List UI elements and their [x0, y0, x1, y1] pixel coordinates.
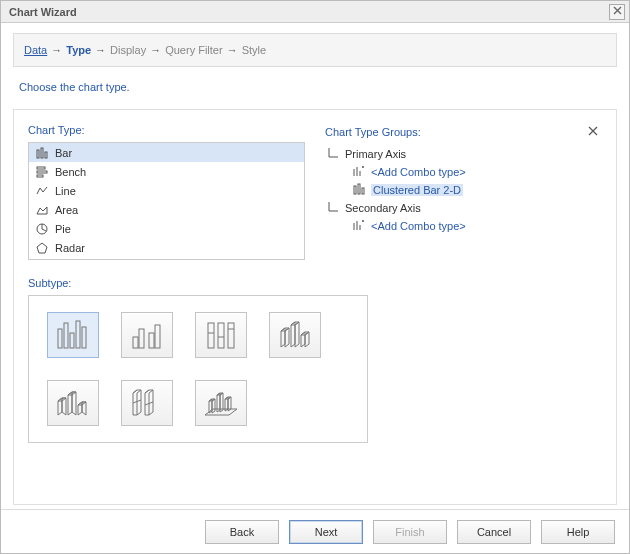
- arrow-icon: →: [150, 44, 161, 56]
- svg-rect-14: [82, 327, 86, 348]
- svg-rect-12: [70, 333, 74, 348]
- tree-primary-axis[interactable]: Primary Axis: [325, 145, 602, 163]
- window-title: Chart Wizard: [9, 6, 77, 18]
- breadcrumb-step-data[interactable]: Data: [24, 44, 47, 56]
- breadcrumb-step-type: Type: [66, 44, 91, 56]
- axis-icon: [327, 147, 339, 161]
- subtype-grid: [28, 295, 368, 443]
- chart-type-item-bench[interactable]: Bench: [29, 162, 304, 181]
- svg-rect-5: [37, 175, 43, 177]
- svg-rect-4: [37, 171, 47, 173]
- arrow-icon: →: [227, 44, 238, 56]
- subtype-label: Subtype:: [28, 277, 602, 289]
- subtype-bar-3d-var3[interactable]: [121, 380, 173, 426]
- tree-add-combo-primary[interactable]: <Add Combo type>: [325, 163, 602, 181]
- tree-clustered-bar[interactable]: Clustered Bar 2-D: [325, 181, 602, 199]
- chart-type-item-line[interactable]: Line: [29, 181, 304, 200]
- svg-rect-20: [218, 323, 224, 348]
- bar-icon: [35, 146, 49, 160]
- svg-rect-19: [208, 323, 214, 348]
- list-item-label: Area: [55, 204, 78, 216]
- svg-rect-3: [37, 167, 45, 169]
- subtype-bar-2d-var2[interactable]: [121, 312, 173, 358]
- svg-rect-0: [37, 150, 39, 158]
- chart-type-label: Chart Type:: [28, 124, 305, 136]
- svg-rect-7: [354, 186, 356, 194]
- back-button[interactable]: Back: [205, 520, 279, 544]
- groups-tree: Primary Axis <Add Combo type> Clustered …: [325, 145, 602, 263]
- content-panel: Chart Type: Bar Bench: [13, 109, 617, 505]
- list-item-label: Bench: [55, 166, 86, 178]
- help-button[interactable]: Help: [541, 520, 615, 544]
- svg-rect-18: [155, 325, 160, 348]
- svg-rect-1: [41, 148, 43, 158]
- chart-type-item-bar[interactable]: Bar: [29, 143, 304, 162]
- svg-rect-15: [133, 337, 138, 348]
- svg-rect-21: [228, 323, 234, 348]
- groups-close-button[interactable]: [584, 124, 602, 139]
- add-combo-icon: [353, 165, 365, 179]
- list-item-label: Bar: [55, 147, 72, 159]
- breadcrumb-step-style: Style: [242, 44, 266, 56]
- subtype-bar-3d-var1[interactable]: [269, 312, 321, 358]
- breadcrumb-step-queryfilter: Query Filter: [165, 44, 222, 56]
- tree-secondary-axis[interactable]: Secondary Axis: [325, 199, 602, 217]
- tree-add-combo-secondary[interactable]: <Add Combo type>: [325, 217, 602, 235]
- bench-icon: [35, 165, 49, 179]
- svg-rect-11: [64, 323, 68, 348]
- instruction-text: Choose the chart type.: [19, 81, 611, 93]
- pie-icon: [35, 222, 49, 236]
- svg-rect-17: [149, 333, 154, 348]
- window-close-button[interactable]: [609, 4, 625, 20]
- next-button[interactable]: Next: [289, 520, 363, 544]
- cancel-button[interactable]: Cancel: [457, 520, 531, 544]
- title-bar: Chart Wizard: [1, 1, 629, 23]
- subtype-bar-3d-var4[interactable]: [195, 380, 247, 426]
- subtype-clustered-bar-2d[interactable]: [47, 312, 99, 358]
- axis-icon: [327, 201, 339, 215]
- wizard-footer: Back Next Finish Cancel Help: [1, 509, 629, 553]
- chart-type-item-pie[interactable]: Pie: [29, 219, 304, 238]
- list-item-label: Radar: [55, 242, 85, 254]
- svg-rect-10: [58, 329, 62, 348]
- svg-rect-9: [362, 188, 364, 194]
- arrow-icon: →: [95, 44, 106, 56]
- bar-icon: [353, 183, 365, 197]
- list-item-label: Line: [55, 185, 76, 197]
- svg-rect-8: [358, 184, 360, 194]
- line-icon: [35, 184, 49, 198]
- breadcrumb-step-display: Display: [110, 44, 146, 56]
- chart-type-list[interactable]: Bar Bench Line: [28, 142, 305, 260]
- add-combo-icon: [353, 219, 365, 233]
- chart-type-item-radar[interactable]: Radar: [29, 238, 304, 257]
- svg-rect-13: [76, 321, 80, 348]
- subtype-bar-2d-var3[interactable]: [195, 312, 247, 358]
- list-item-label: Pie: [55, 223, 71, 235]
- groups-label: Chart Type Groups:: [325, 124, 602, 139]
- radar-icon: [35, 241, 49, 255]
- arrow-icon: →: [51, 44, 62, 56]
- gauge-icon: [35, 260, 49, 261]
- finish-button: Finish: [373, 520, 447, 544]
- svg-rect-2: [45, 152, 47, 158]
- chart-type-item-gauge[interactable]: Gauge: [29, 257, 304, 260]
- wizard-breadcrumb: Data → Type → Display → Query Filter → S…: [13, 33, 617, 67]
- subtype-bar-3d-var2[interactable]: [47, 380, 99, 426]
- chart-type-item-area[interactable]: Area: [29, 200, 304, 219]
- area-icon: [35, 203, 49, 217]
- svg-rect-16: [139, 329, 144, 348]
